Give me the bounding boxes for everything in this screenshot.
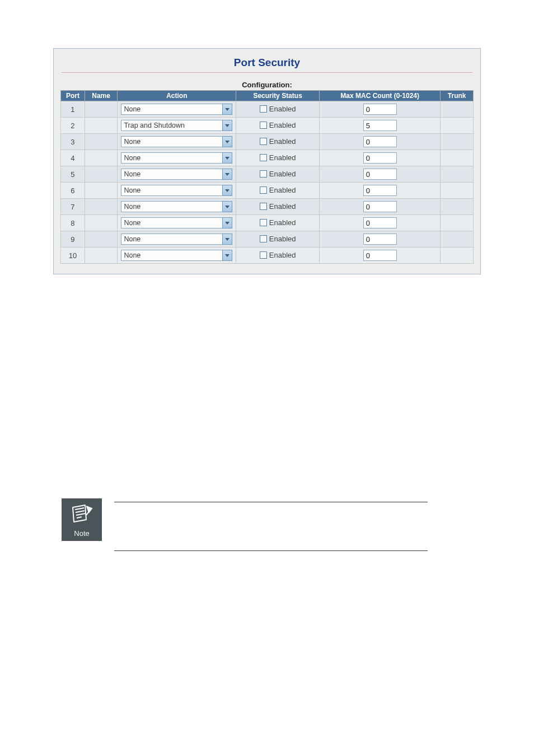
status-cell: Enabled <box>236 101 320 118</box>
action-select[interactable]: None <box>121 217 232 228</box>
chevron-down-icon[interactable] <box>222 201 232 212</box>
col-action: Action <box>118 91 236 101</box>
max-mac-input[interactable] <box>363 104 397 115</box>
name-cell <box>85 134 118 150</box>
svg-line-2 <box>76 514 85 515</box>
max-mac-input[interactable] <box>363 201 397 212</box>
port-cell: 2 <box>61 118 85 134</box>
action-select[interactable]: None <box>121 234 232 245</box>
enabled-checkbox[interactable] <box>260 122 267 129</box>
port-cell: 1 <box>61 101 85 118</box>
max-mac-input[interactable] <box>363 250 397 261</box>
name-cell <box>85 215 118 231</box>
enabled-label: Enabled <box>269 202 296 211</box>
name-cell <box>85 150 118 166</box>
max-mac-input[interactable] <box>363 217 397 228</box>
mac-cell <box>320 199 441 215</box>
max-mac-input[interactable] <box>363 120 397 131</box>
config-table: Port Name Action Security Status Max MAC… <box>60 90 474 264</box>
port-cell: 10 <box>61 248 85 264</box>
trunk-cell <box>441 248 474 264</box>
enabled-label: Enabled <box>269 235 296 243</box>
status-cell: Enabled <box>236 134 320 150</box>
chevron-down-icon[interactable] <box>222 250 232 261</box>
action-select-value: None <box>121 104 222 115</box>
action-cell: None <box>118 248 236 264</box>
action-select[interactable]: None <box>121 104 232 115</box>
status-cell: Enabled <box>236 166 320 183</box>
mac-cell <box>320 166 441 183</box>
enabled-checkbox[interactable] <box>260 235 267 242</box>
note-divider-top <box>114 502 428 502</box>
chevron-down-icon[interactable] <box>222 136 232 147</box>
chevron-down-icon[interactable] <box>222 185 232 196</box>
col-name: Name <box>85 91 118 101</box>
action-select[interactable]: None <box>121 169 232 180</box>
action-select[interactable]: None <box>121 152 232 164</box>
mac-cell <box>320 101 441 118</box>
name-cell <box>85 231 118 248</box>
trunk-cell <box>441 215 474 231</box>
enabled-checkbox[interactable] <box>260 219 267 226</box>
note-icon <box>69 503 94 525</box>
note-divider-bottom <box>114 550 428 551</box>
action-select[interactable]: None <box>121 185 232 196</box>
status-cell: Enabled <box>236 150 320 166</box>
action-cell: None <box>118 199 236 215</box>
action-cell: None <box>118 215 236 231</box>
status-cell: Enabled <box>236 215 320 231</box>
port-cell: 4 <box>61 150 85 166</box>
action-cell: Trap and Shutdown <box>118 118 236 134</box>
status-cell: Enabled <box>236 231 320 248</box>
max-mac-input[interactable] <box>363 185 397 196</box>
table-row: 8NoneEnabled <box>61 215 474 231</box>
col-status: Security Status <box>236 91 320 101</box>
enabled-checkbox[interactable] <box>260 170 267 178</box>
max-mac-input[interactable] <box>363 152 397 164</box>
port-cell: 5 <box>61 166 85 183</box>
svg-line-1 <box>76 511 85 512</box>
col-mac: Max MAC Count (0-1024) <box>320 91 441 101</box>
max-mac-input[interactable] <box>363 169 397 180</box>
action-select[interactable]: None <box>121 201 232 212</box>
svg-line-3 <box>77 517 82 518</box>
chevron-down-icon[interactable] <box>222 104 232 115</box>
action-cell: None <box>118 134 236 150</box>
chevron-down-icon[interactable] <box>222 120 232 131</box>
name-cell <box>85 248 118 264</box>
action-select-value: Trap and Shutdown <box>121 120 222 131</box>
chevron-down-icon[interactable] <box>222 234 232 245</box>
trunk-cell <box>441 150 474 166</box>
action-cell: None <box>118 183 236 199</box>
status-cell: Enabled <box>236 199 320 215</box>
trunk-cell <box>441 134 474 150</box>
chevron-down-icon[interactable] <box>222 169 232 180</box>
enabled-label: Enabled <box>269 105 296 113</box>
port-security-panel: Port Security Configuration: Port Name A… <box>53 48 481 274</box>
action-cell: None <box>118 101 236 118</box>
action-select[interactable]: None <box>121 250 232 261</box>
enabled-checkbox[interactable] <box>260 105 267 113</box>
enabled-checkbox[interactable] <box>260 203 267 210</box>
enabled-label: Enabled <box>269 121 296 129</box>
enabled-checkbox[interactable] <box>260 154 267 161</box>
port-cell: 6 <box>61 183 85 199</box>
mac-cell <box>320 150 441 166</box>
table-row: 10NoneEnabled <box>61 248 474 264</box>
enabled-checkbox[interactable] <box>260 186 267 194</box>
enabled-label: Enabled <box>269 186 296 194</box>
action-select[interactable]: None <box>121 136 232 147</box>
col-port: Port <box>61 91 85 101</box>
max-mac-input[interactable] <box>363 234 397 245</box>
note-block: Note <box>62 498 534 551</box>
chevron-down-icon[interactable] <box>222 152 232 164</box>
action-select[interactable]: Trap and Shutdown <box>121 120 232 131</box>
chevron-down-icon[interactable] <box>222 217 232 228</box>
table-row: 6NoneEnabled <box>61 183 474 199</box>
enabled-checkbox[interactable] <box>260 251 267 259</box>
max-mac-input[interactable] <box>363 136 397 147</box>
trunk-cell <box>441 183 474 199</box>
enabled-checkbox[interactable] <box>260 138 267 145</box>
name-cell <box>85 118 118 134</box>
action-select-value: None <box>121 152 222 164</box>
